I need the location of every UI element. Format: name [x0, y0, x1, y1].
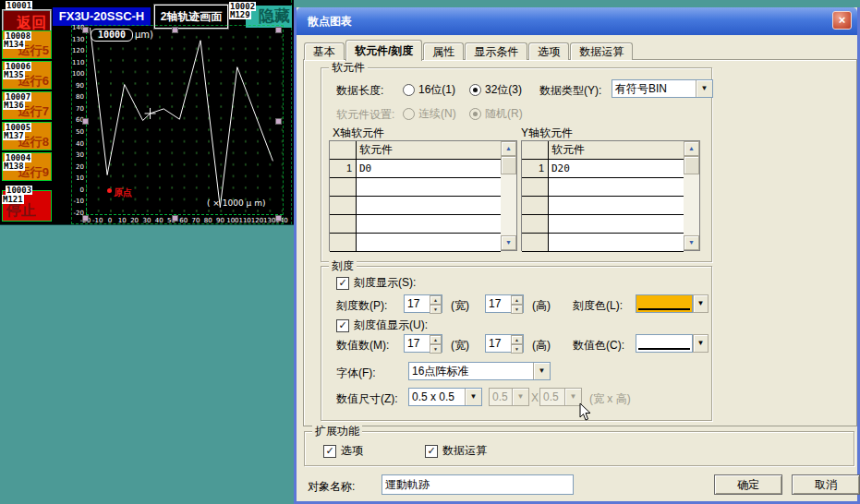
- device-cell[interactable]: [357, 178, 501, 197]
- device-cell[interactable]: [549, 215, 684, 234]
- y-tick-label: 30: [72, 151, 84, 159]
- device-cell[interactable]: [549, 178, 684, 197]
- checkbox-checked: ✓: [425, 445, 438, 458]
- spin-down-icon[interactable]: ▼: [430, 305, 442, 314]
- selection-handle[interactable]: [172, 27, 178, 33]
- radio-32bit[interactable]: 32位(3): [469, 82, 522, 98]
- data-operation-checkbox[interactable]: ✓数据运算: [425, 443, 487, 459]
- run-button-7[interactable]: 10007M136运行7: [2, 91, 52, 120]
- chevron-down-icon[interactable]: ▼: [533, 363, 550, 379]
- device-cell[interactable]: [357, 215, 501, 234]
- value-color-swatch[interactable]: [636, 334, 693, 353]
- cancel-button[interactable]: 取消: [792, 474, 860, 495]
- width-suffix-label: (宽): [451, 338, 469, 354]
- scale-value-display-checkbox[interactable]: ✓刻度值显示(U):: [336, 318, 428, 333]
- option-checkbox[interactable]: ✓选项: [323, 443, 363, 459]
- tab-4[interactable]: 显示条件: [465, 42, 527, 60]
- value-size-combobox[interactable]: 0.5 x 0.5▼: [408, 388, 482, 406]
- run-button-9[interactable]: 10004M138运行9: [2, 152, 52, 181]
- scroll-thumb[interactable]: [501, 156, 516, 174]
- data-type-combobox[interactable]: 有符号BIN ▼: [612, 79, 713, 98]
- scrollbar[interactable]: ▲▼: [501, 141, 516, 250]
- font-combobox[interactable]: 16点阵标准▼: [408, 362, 551, 380]
- spin-down-icon[interactable]: ▼: [511, 305, 523, 314]
- option-label: 选项: [341, 443, 363, 459]
- scroll-up-icon[interactable]: ▲: [684, 141, 699, 156]
- value-height-spinner[interactable]: 17▲▼: [485, 334, 524, 353]
- tab-2[interactable]: 软元件/刻度: [345, 40, 422, 61]
- y-axis-device-table[interactable]: 软元件1D20▲▼: [521, 140, 700, 251]
- tab-1[interactable]: 基本: [304, 42, 345, 60]
- device-cell[interactable]: [357, 197, 501, 215]
- table-row: 1D0: [330, 160, 501, 178]
- selection-handle[interactable]: [275, 215, 282, 222]
- device-cell[interactable]: [357, 234, 501, 252]
- scale-color-swatch[interactable]: [636, 294, 693, 313]
- table-row: [330, 197, 501, 215]
- selection-handle[interactable]: [172, 215, 178, 222]
- scale-color-dropdown-icon[interactable]: ▼: [693, 294, 709, 313]
- x-axis-device-table[interactable]: 软元件1D0▲▼: [329, 140, 517, 251]
- ok-button[interactable]: 确定: [714, 474, 782, 495]
- y-tick-label: 50: [72, 128, 84, 136]
- tab-5[interactable]: 选项: [528, 42, 569, 60]
- dialog-titlebar[interactable]: 散点图表 ×: [297, 7, 857, 35]
- object-name-input[interactable]: 運動軌跡: [382, 474, 574, 495]
- close-icon[interactable]: ×: [832, 11, 852, 30]
- tab-3[interactable]: 属性: [423, 42, 464, 60]
- spinner-buttons[interactable]: ▲▼: [430, 295, 442, 312]
- spin-down-icon[interactable]: ▼: [430, 344, 442, 354]
- spin-up-icon[interactable]: ▲: [430, 335, 442, 344]
- spinner-buttons[interactable]: ▲▼: [511, 295, 523, 312]
- application-window: { "workspace": { "plc_title": "FX3U-20SS…: [0, 0, 860, 504]
- selection-handle[interactable]: [82, 118, 89, 125]
- row-number-cell: [330, 197, 357, 215]
- selection-handle[interactable]: [275, 118, 282, 125]
- device-cell[interactable]: D20: [549, 160, 684, 178]
- height-suffix-label: (高): [532, 338, 551, 354]
- mouse-cursor: [579, 402, 592, 422]
- run-button-5[interactable]: 10008M134运行5: [2, 30, 52, 59]
- chevron-down-icon[interactable]: ▼: [465, 389, 481, 405]
- value-width-spinner[interactable]: 17▲▼: [404, 334, 442, 353]
- device-group-title: 软元件: [329, 61, 368, 74]
- value-color-dropdown-icon[interactable]: ▼: [693, 334, 709, 353]
- spinner-buttons[interactable]: ▲▼: [511, 335, 523, 352]
- scroll-down-icon[interactable]: ▼: [684, 235, 699, 250]
- scroll-up-icon[interactable]: ▲: [501, 141, 516, 156]
- return-button-label: 返回: [17, 14, 46, 33]
- spin-up-icon[interactable]: ▲: [511, 335, 523, 344]
- chevron-down-icon[interactable]: ▼: [696, 80, 712, 97]
- table-header-row: 软元件: [522, 141, 684, 160]
- selection-handle[interactable]: [275, 27, 282, 33]
- spin-up-icon[interactable]: ▲: [430, 295, 442, 305]
- value-count-label: 数值数(M):: [336, 338, 389, 354]
- device-cell[interactable]: [549, 197, 684, 215]
- spin-down-icon[interactable]: ▼: [511, 344, 523, 354]
- device-cell[interactable]: [549, 234, 684, 252]
- run-button-6[interactable]: 10006M135运行6: [2, 61, 52, 90]
- scroll-down-icon[interactable]: ▼: [501, 235, 516, 250]
- radio-random-label: 随机(R): [485, 106, 523, 122]
- scrollbar[interactable]: ▲▼: [684, 141, 699, 250]
- hmi-screen-canvas[interactable]: 10001 返回 FX3U-20SSC-H 2轴轨迹画面 10002 M129 …: [0, 0, 294, 225]
- selection-handle[interactable]: [82, 215, 89, 222]
- tab-6[interactable]: 数据运算: [570, 42, 633, 60]
- radio-16bit[interactable]: 16位(1): [403, 82, 455, 98]
- object-name-label: 对象名称:: [308, 479, 355, 495]
- spinner-buttons[interactable]: ▲▼: [430, 335, 442, 352]
- x-axis-device-label: X轴软元件: [333, 126, 384, 141]
- scale-width-spinner[interactable]: 17▲▼: [404, 294, 442, 313]
- scale-color-label: 刻度色(L):: [573, 298, 623, 314]
- scatter-chart-object[interactable]: 10000 μm) ( × 1000 μ m) 原点 -20-100102030…: [71, 25, 284, 224]
- scale-height-spinner[interactable]: 17▲▼: [485, 294, 524, 313]
- value-size-label: 数值尺寸(Z):: [336, 391, 398, 407]
- selection-handle[interactable]: [82, 27, 89, 33]
- scroll-thumb[interactable]: [684, 156, 699, 174]
- spin-up-icon[interactable]: ▲: [511, 295, 523, 305]
- run-button-8[interactable]: 10005M137运行8: [2, 122, 52, 150]
- device-cell[interactable]: D0: [357, 160, 501, 178]
- y-tick-label: 90: [72, 82, 84, 90]
- scale-display-checkbox[interactable]: ✓刻度显示(S):: [336, 275, 416, 291]
- y-tick-label: 70: [72, 105, 84, 113]
